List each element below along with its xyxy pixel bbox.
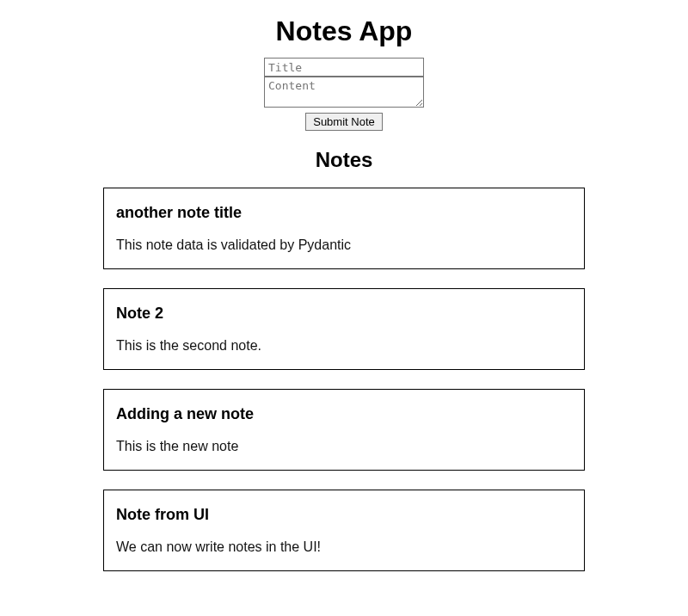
note-card: Note 2 This is the second note. (103, 288, 585, 370)
note-content: We can now write notes in the UI! (116, 539, 572, 555)
note-content: This note data is validated by Pydantic (116, 237, 572, 253)
note-card: Note from UI We can now write notes in t… (103, 490, 585, 571)
notes-heading: Notes (0, 148, 688, 172)
note-form: Submit Note (264, 58, 424, 131)
page-title: Notes App (0, 15, 688, 47)
note-title: Note 2 (116, 305, 572, 323)
title-input[interactable] (264, 58, 424, 77)
notes-list: another note title This note data is val… (103, 188, 585, 571)
note-title: Adding a new note (116, 405, 572, 423)
note-title: Note from UI (116, 506, 572, 524)
content-textarea[interactable] (264, 77, 424, 108)
submit-note-button[interactable]: Submit Note (305, 113, 383, 131)
note-title: another note title (116, 204, 572, 222)
note-content: This is the new note (116, 439, 572, 454)
note-content: This is the second note. (116, 338, 572, 354)
note-card: another note title This note data is val… (103, 188, 585, 269)
note-card: Adding a new note This is the new note (103, 389, 585, 471)
